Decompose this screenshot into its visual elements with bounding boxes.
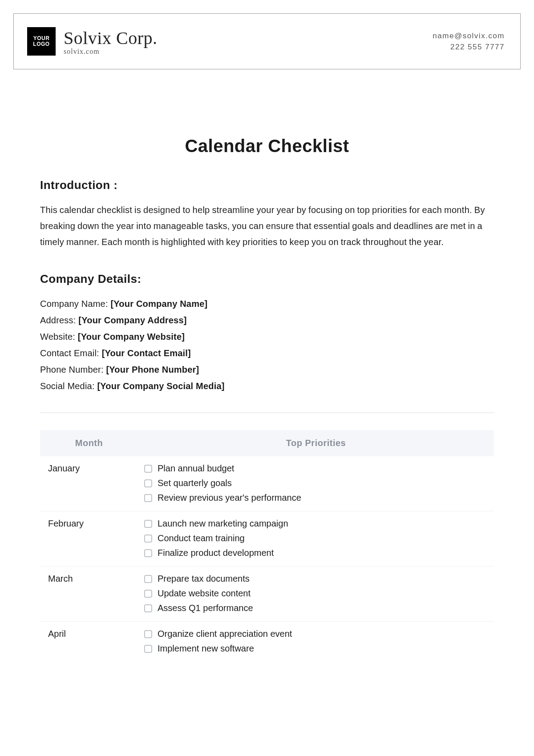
priorities-cell: Organize client appreciation eventImplem… [138, 622, 494, 662]
priority-item: Assess Q1 performance [144, 603, 488, 613]
letterhead-left: YOURLOGO Solvix Corp. solvix.com [27, 27, 157, 56]
priority-text: Organize client appreciation event [158, 629, 292, 639]
priority-item: Set quarterly goals [144, 478, 488, 488]
company-name: Solvix Corp. [64, 28, 157, 48]
checkbox-icon[interactable] [144, 549, 152, 557]
priority-text: Finalize product development [158, 548, 274, 558]
detail-label: Phone Number: [40, 365, 104, 374]
detail-row: Contact Email: [Your Contact Email] [40, 345, 494, 362]
detail-label: Contact Email: [40, 348, 99, 358]
priority-item: Launch new marketing campaign [144, 519, 488, 529]
checklist-table-wrap: Month Top Priorities JanuaryPlan annual … [40, 430, 494, 662]
detail-row: Address: [Your Company Address] [40, 312, 494, 329]
detail-row: Website: [Your Company Website] [40, 329, 494, 345]
checkbox-icon[interactable] [144, 479, 152, 487]
priority-list: Plan annual budgetSet quarterly goalsRev… [144, 463, 488, 503]
priority-text: Launch new marketing campaign [158, 519, 288, 529]
detail-label: Address: [40, 315, 76, 325]
detail-label: Company Name: [40, 299, 108, 309]
priority-item: Finalize product development [144, 548, 488, 558]
company-details-heading: Company Details: [40, 272, 494, 286]
checklist-table: Month Top Priorities JanuaryPlan annual … [40, 430, 494, 662]
priority-text: Plan annual budget [158, 463, 234, 474]
priority-text: Assess Q1 performance [158, 603, 253, 613]
checkbox-icon[interactable] [144, 590, 152, 598]
detail-value: [Your Contact Email] [102, 348, 191, 358]
checkbox-icon[interactable] [144, 630, 152, 638]
detail-label: Social Media: [40, 381, 95, 391]
contact-phone: 222 555 7777 [433, 41, 505, 53]
logo-placeholder: YOURLOGO [27, 27, 56, 56]
letterhead: YOURLOGO Solvix Corp. solvix.com name@so… [13, 13, 521, 69]
priority-text: Set quarterly goals [158, 478, 232, 488]
priority-item: Update website content [144, 588, 488, 599]
detail-value: [Your Company Social Media] [97, 381, 224, 391]
priorities-cell: Launch new marketing campaignConduct tea… [138, 511, 494, 567]
detail-value: [Your Company Address] [78, 315, 186, 325]
priority-text: Review previous year's performance [158, 493, 301, 503]
priority-item: Plan annual budget [144, 463, 488, 474]
col-header-month: Month [40, 430, 138, 456]
checkbox-icon[interactable] [144, 645, 152, 653]
intro-body: This calendar checklist is designed to h… [40, 202, 494, 250]
detail-value: [Your Company Website] [78, 332, 185, 342]
intro-heading: Introduction : [40, 178, 494, 192]
priority-item: Review previous year's performance [144, 493, 488, 503]
table-row: AprilOrganize client appreciation eventI… [40, 622, 494, 662]
detail-value: [Your Company Name] [110, 299, 207, 309]
month-cell: April [40, 622, 138, 662]
checkbox-icon[interactable] [144, 535, 152, 543]
checkbox-icon[interactable] [144, 575, 152, 583]
checkbox-icon[interactable] [144, 520, 152, 528]
priorities-cell: Prepare tax documentsUpdate website cont… [138, 567, 494, 622]
priority-text: Update website content [158, 588, 251, 599]
company-details-list: Company Name: [Your Company Name] Addres… [40, 296, 494, 394]
detail-row: Phone Number: [Your Phone Number] [40, 362, 494, 378]
col-header-priorities: Top Priorities [138, 430, 494, 456]
priority-item: Organize client appreciation event [144, 629, 488, 639]
month-cell: March [40, 567, 138, 622]
detail-label: Website: [40, 332, 75, 342]
table-row: FebruaryLaunch new marketing campaignCon… [40, 511, 494, 567]
table-row: JanuaryPlan annual budgetSet quarterly g… [40, 456, 494, 511]
contact-email: name@solvix.com [433, 30, 505, 42]
priority-list: Launch new marketing campaignConduct tea… [144, 519, 488, 558]
month-cell: February [40, 511, 138, 567]
priority-item: Implement new software [144, 643, 488, 654]
month-cell: January [40, 456, 138, 511]
detail-value: [Your Phone Number] [106, 365, 199, 374]
company-site: solvix.com [64, 48, 157, 56]
table-row: MarchPrepare tax documentsUpdate website… [40, 567, 494, 622]
priority-text: Prepare tax documents [158, 574, 250, 584]
page-title: Calendar Checklist [40, 136, 494, 156]
checkbox-icon[interactable] [144, 494, 152, 502]
detail-row: Company Name: [Your Company Name] [40, 296, 494, 312]
checkbox-icon[interactable] [144, 465, 152, 473]
company-block: Solvix Corp. solvix.com [64, 28, 157, 56]
section-divider [40, 412, 494, 413]
priority-item: Conduct team training [144, 533, 488, 543]
contact-block: name@solvix.com 222 555 7777 [433, 30, 505, 53]
checkbox-icon[interactable] [144, 604, 152, 612]
priorities-cell: Plan annual budgetSet quarterly goalsRev… [138, 456, 494, 511]
priority-item: Prepare tax documents [144, 574, 488, 584]
priority-list: Prepare tax documentsUpdate website cont… [144, 574, 488, 613]
priority-list: Organize client appreciation eventImplem… [144, 629, 488, 654]
priority-text: Conduct team training [158, 533, 245, 543]
priority-text: Implement new software [158, 643, 254, 654]
detail-row: Social Media: [Your Company Social Media… [40, 378, 494, 394]
